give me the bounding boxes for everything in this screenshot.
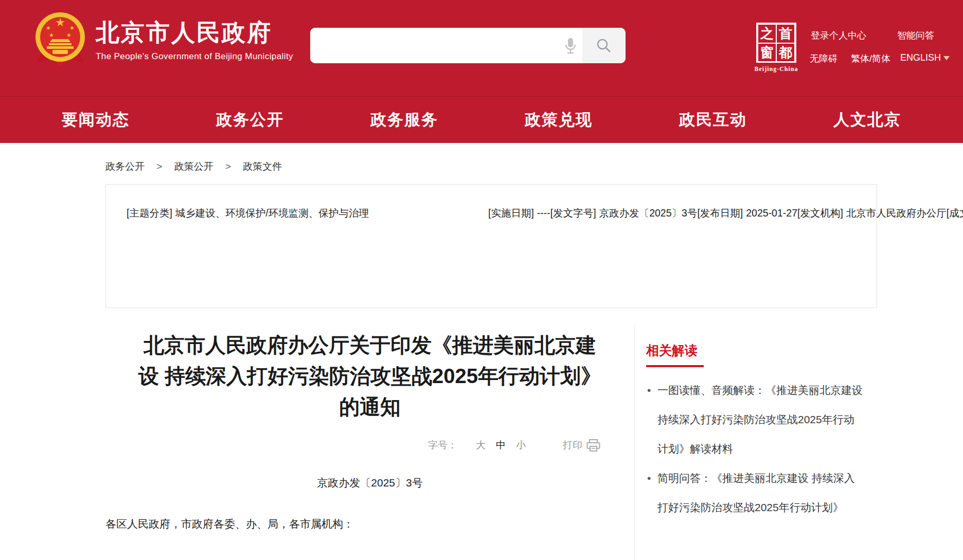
sidebar-title-underline	[646, 365, 704, 367]
meta-label: [主题分类]	[127, 207, 172, 219]
document-metadata-box: [主题分类]城乡建设、环境保护/环境监测、保护与治理 [实施日期]---- [发…	[105, 184, 877, 308]
font-size-small-button[interactable]: 小	[516, 439, 526, 452]
search-input[interactable]	[310, 28, 559, 63]
document-number: 京政办发〔2025〕3号	[105, 476, 634, 490]
article-area: 北京市人民政府办公厅关于印发《推进美丽北京建 设 持续深入打好污染防治攻坚战20…	[0, 326, 963, 559]
english-language-link[interactable]: ENGLISH	[900, 52, 950, 63]
nav-item-culture-beijing[interactable]: 人文北京	[790, 97, 944, 143]
meta-row: [发文字号]京政办发〔2025〕3号	[550, 202, 698, 224]
site-brand: 北京市人民政府 The People's Government of Beiji…	[96, 19, 293, 62]
seal-char: 之	[758, 24, 776, 43]
english-label: ENGLISH	[900, 52, 941, 63]
national-emblem-logo: ★ ★ ★ ★ ★	[33, 10, 87, 67]
svg-text:★: ★	[55, 16, 65, 29]
meta-label: [发文机构]	[797, 207, 843, 219]
svg-text:★: ★	[46, 25, 51, 31]
magnifier-icon	[596, 38, 612, 54]
nav-item-interaction[interactable]: 政民互动	[636, 97, 790, 143]
seal-char: 窗	[758, 43, 776, 62]
meta-row: [成文日期]2025-01-24	[947, 202, 963, 224]
meta-row: [发布日期]2025-01-27	[697, 202, 797, 224]
login-link[interactable]: 登录个人中心	[811, 29, 866, 42]
font-size-large-button[interactable]: 大	[476, 439, 486, 452]
breadcrumb-separator: >	[225, 161, 231, 172]
nav-item-news[interactable]: 要闻动态	[19, 97, 173, 143]
related-item-text: 简明问答：《推进美丽北京建设 持续深入打好污染防治攻坚战2025年行动计划》	[657, 472, 855, 513]
microphone-icon[interactable]	[559, 28, 582, 63]
font-size-medium-button[interactable]: 中	[496, 439, 506, 452]
dropdown-arrow-icon	[943, 56, 950, 60]
article-salutation: 各区人民政府，市政府各委、办、局，各市属机构：	[105, 517, 634, 531]
page-title: 北京市人民政府办公厅关于印发《推进美丽北京建 设 持续深入打好污染防治攻坚战20…	[118, 330, 622, 422]
nav-item-policy-fulfillment[interactable]: 政策兑现	[481, 97, 636, 143]
site-header: ★ ★ ★ ★ ★ 北京市人民政府 The People's Governmen…	[0, 0, 963, 96]
breadcrumb-separator: >	[156, 161, 162, 172]
article-main-column: 北京市人民政府办公厅关于印发《推进美丽北京建 设 持续深入打好污染防治攻坚战20…	[105, 326, 635, 559]
related-item-text: 一图读懂、音频解读：《推进美丽北京建设 持续深入打好污染防治攻坚战2025年行动…	[657, 384, 863, 455]
capital-window-seal: 之 首 窗 都	[756, 23, 796, 63]
seal-char: 首	[776, 24, 795, 43]
meta-value: 城乡建设、环境保护/环境监测、保护与治理	[175, 207, 369, 219]
print-label: 打印	[563, 439, 582, 452]
meta-value: 北京市人民政府办公厅	[846, 207, 947, 219]
nav-item-gov-openness[interactable]: 政务公开	[173, 97, 327, 143]
meta-value: 京政办发〔2025〕3号	[599, 207, 698, 219]
meta-label: [成文日期]	[947, 207, 963, 219]
breadcrumb-item[interactable]: 政策文件	[243, 161, 282, 172]
print-button[interactable]: 打印	[563, 439, 600, 452]
search-button[interactable]	[582, 28, 626, 63]
svg-text:★: ★	[66, 32, 72, 38]
main-navigation: 要闻动态 政务公开 政务服务 政策兑现 政民互动 人文北京	[0, 96, 963, 143]
meta-row: [发文机构]北京市人民政府办公厅	[797, 202, 947, 224]
title-line: 北京市人民政府办公厅关于印发《推进美丽北京建	[118, 330, 622, 360]
meta-label: [发文字号]	[550, 207, 596, 219]
accessibility-link[interactable]: 无障碍	[810, 52, 837, 65]
nav-item-gov-services[interactable]: 政务服务	[327, 97, 481, 143]
svg-text:★: ★	[69, 25, 75, 31]
traditional-simplified-toggle[interactable]: 繁体/简体	[851, 52, 890, 65]
title-line: 设 持续深入打好污染防治攻坚战2025年行动计划》	[118, 360, 622, 391]
meta-row: [实施日期]----	[488, 202, 550, 224]
font-size-label: 字号：	[428, 439, 457, 452]
related-reading-link[interactable]: 简明问答：《推进美丽北京建设 持续深入打好污染防治攻坚战2025年行动计划》	[646, 463, 864, 522]
seal-char: 都	[776, 43, 795, 62]
meta-label: [实施日期]	[488, 207, 534, 219]
site-title: 北京市人民政府	[96, 19, 293, 46]
capital-window-logo[interactable]: 之 首 窗 都 Beijing-China	[747, 23, 806, 73]
svg-text:★: ★	[49, 32, 54, 38]
breadcrumb: 政务公开 > 政策公开 > 政策文件	[105, 160, 963, 173]
smart-qa-link[interactable]: 智能问答	[897, 29, 934, 42]
meta-row: [主题分类]城乡建设、环境保护/环境监测、保护与治理	[127, 202, 488, 224]
meta-label: [发布日期]	[697, 207, 743, 219]
meta-value: 2025-01-27	[746, 207, 797, 219]
related-reading-link[interactable]: 一图读懂、音频解读：《推进美丽北京建设 持续深入打好污染防治攻坚战2025年行动…	[646, 375, 864, 463]
site-subtitle: The People's Government of Beijing Munic…	[96, 51, 293, 62]
breadcrumb-item[interactable]: 政策公开	[174, 161, 213, 172]
seal-caption: Beijing-China	[747, 65, 806, 73]
sidebar-title: 相关解读	[646, 342, 878, 359]
printer-icon	[586, 439, 600, 452]
title-line: 的通知	[118, 391, 622, 422]
search-bar	[310, 28, 626, 63]
related-reading-sidebar: 相关解读 一图读懂、音频解读：《推进美丽北京建设 持续深入打好污染防治攻坚战20…	[646, 326, 878, 559]
breadcrumb-item[interactable]: 政务公开	[105, 161, 145, 172]
related-reading-list: 一图读懂、音频解读：《推进美丽北京建设 持续深入打好污染防治攻坚战2025年行动…	[646, 375, 864, 522]
article-toolbar: 字号： 大 中 小 打印	[105, 439, 634, 452]
meta-value: ----	[537, 207, 550, 219]
